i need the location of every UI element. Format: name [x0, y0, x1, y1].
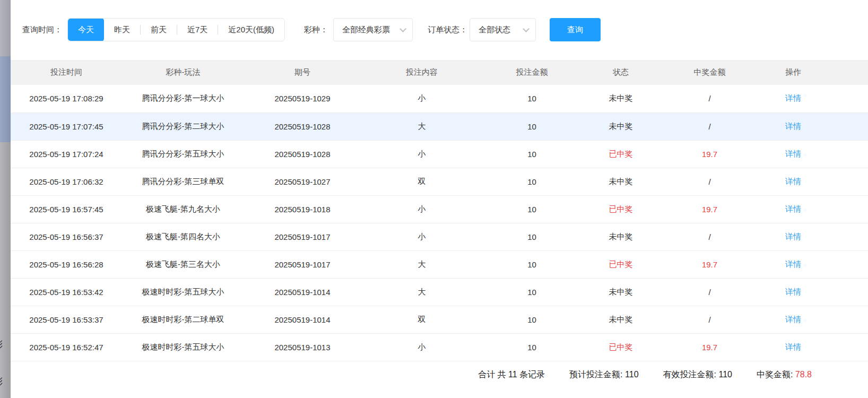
- bet-time-cell: 2025-05-19 17:08:29: [11, 85, 122, 113]
- prize-cell: 19.7: [661, 250, 759, 278]
- bet-time-cell: 2025-05-19 17:06:32: [11, 168, 122, 195]
- game-play-cell: 极速时时彩-第五球大小: [122, 333, 244, 361]
- col-bet-content: 投注内容: [361, 60, 483, 85]
- detail-link[interactable]: 详情: [785, 287, 801, 296]
- table-header: 投注时间 彩种-玩法 期号 投注内容 投注金额 状态 中奖金额 操作: [11, 60, 868, 85]
- prize-cell: 19.7: [661, 333, 759, 361]
- prize-cell: 19.7: [661, 195, 759, 223]
- action-cell: 详情: [759, 306, 868, 333]
- table-row: 2025-05-19 16:57:45极速飞艇-第九名大小20250519-10…: [11, 195, 868, 223]
- order-query-page: 查询时间： 今天昨天前天近7天近20天(低频) 彩种： 全部经典彩票 订单状态：…: [11, 0, 868, 398]
- bet-time-cell: 2025-05-19 16:53:42: [11, 278, 122, 306]
- bet-content-cell: 大: [361, 250, 483, 278]
- lottery-type-value: 全部经典彩票: [342, 25, 390, 35]
- game-play-cell: 极速飞艇-第四名大小: [122, 223, 244, 250]
- bet-amount-cell: 10: [483, 168, 581, 195]
- status-cell: 未中奖: [581, 113, 661, 140]
- sidebar-item-fragment: 彩: [0, 339, 11, 351]
- prize-cell: /: [661, 223, 759, 250]
- detail-link[interactable]: 详情: [785, 259, 801, 269]
- bet-time-cell: 2025-05-19 16:53:37: [11, 306, 122, 333]
- prize-cell: /: [661, 168, 759, 195]
- valid-bet-value: 110: [718, 370, 732, 379]
- expected-bet-label: 预计投注金额:: [569, 370, 622, 379]
- lottery-type-label: 彩种：: [304, 25, 328, 35]
- bet-amount-cell: 10: [483, 195, 581, 223]
- detail-link[interactable]: 详情: [785, 122, 801, 131]
- bet-amount-cell: 10: [483, 223, 581, 250]
- detail-link[interactable]: 详情: [785, 177, 801, 186]
- bet-amount-cell: 10: [483, 278, 581, 306]
- table-row: 2025-05-19 16:53:42极速时时彩-第五球大小20250519-1…: [11, 278, 868, 306]
- table-row: 2025-05-19 17:07:45腾讯分分彩-第二球大小20250519-1…: [11, 113, 868, 140]
- table-row: 2025-05-19 16:53:37极速时时彩-第二球单双20250519-1…: [11, 306, 868, 333]
- detail-link[interactable]: 详情: [785, 204, 801, 213]
- time-option-1[interactable]: 昨天: [104, 18, 140, 41]
- issue-cell: 20250519-1028: [244, 140, 361, 168]
- status-cell: 未中奖: [581, 278, 661, 306]
- order-status-select[interactable]: 全部状态: [470, 18, 536, 41]
- action-cell: 详情: [759, 278, 868, 306]
- game-play-cell: 腾讯分分彩-第五球大小: [122, 140, 244, 168]
- bet-time-cell: 2025-05-19 17:07:45: [11, 113, 122, 140]
- detail-link[interactable]: 详情: [785, 232, 801, 241]
- col-status: 状态: [581, 60, 661, 85]
- time-option-0[interactable]: 今天: [68, 18, 104, 41]
- order-status-value: 全部状态: [479, 25, 510, 35]
- bet-time-cell: 2025-05-19 16:56:28: [11, 250, 122, 278]
- prize-cell: /: [661, 85, 759, 113]
- search-button[interactable]: 查询: [550, 18, 601, 41]
- bet-content-cell: 小: [361, 195, 483, 223]
- table-row: 2025-05-19 16:52:47极速时时彩-第五球大小20250519-1…: [11, 333, 868, 361]
- bet-content-cell: 小: [361, 140, 483, 168]
- time-filter-label: 查询时间：: [22, 25, 62, 35]
- issue-cell: 20250519-1014: [244, 278, 361, 306]
- bet-amount-cell: 10: [483, 250, 581, 278]
- issue-cell: 20250519-1028: [244, 113, 361, 140]
- prize-cell: /: [661, 278, 759, 306]
- prize-total-label: 中奖金额:: [757, 370, 793, 379]
- status-cell: 已中奖: [581, 140, 661, 168]
- sidebar-item-fragment: 彩: [0, 376, 11, 388]
- issue-cell: 20250519-1014: [244, 306, 361, 333]
- detail-link[interactable]: 详情: [785, 342, 801, 351]
- bet-amount-cell: 10: [483, 140, 581, 168]
- bet-time-cell: 2025-05-19 16:57:45: [11, 195, 122, 223]
- sidebar-sliver-bottom: [0, 142, 11, 398]
- issue-cell: 20250519-1018: [244, 195, 361, 223]
- summary-footer: 合计 共 11 条记录 预计投注金额: 110 有效投注金额: 110 中奖金额…: [11, 361, 868, 389]
- bet-amount-cell: 10: [483, 333, 581, 361]
- game-play-cell: 腾讯分分彩-第一球大小: [122, 85, 244, 113]
- sidebar-sliver-top: [0, 0, 11, 56]
- detail-link[interactable]: 详情: [785, 93, 801, 102]
- table-row: 2025-05-19 16:56:28极速飞艇-第三名大小20250519-10…: [11, 250, 868, 278]
- time-option-2[interactable]: 前天: [141, 18, 177, 41]
- bet-amount-cell: 10: [483, 85, 581, 113]
- time-filter-group: 今天昨天前天近7天近20天(低频): [67, 18, 285, 41]
- time-option-4[interactable]: 近20天(低频): [218, 18, 284, 41]
- sidebar-sliver-active-item: [0, 56, 11, 142]
- game-play-cell: 腾讯分分彩-第三球单双: [122, 168, 244, 195]
- issue-cell: 20250519-1027: [244, 168, 361, 195]
- detail-link[interactable]: 详情: [785, 149, 801, 158]
- lottery-type-select[interactable]: 全部经典彩票: [333, 18, 413, 41]
- status-cell: 未中奖: [581, 223, 661, 250]
- table-row: 2025-05-19 17:08:29腾讯分分彩-第一球大小20250519-1…: [11, 85, 868, 113]
- game-play-cell: 极速飞艇-第九名大小: [122, 195, 244, 223]
- valid-bet-total: 有效投注金额: 110: [663, 369, 732, 380]
- bet-time-cell: 2025-05-19 16:52:47: [11, 333, 122, 361]
- orders-table: 投注时间 彩种-玩法 期号 投注内容 投注金额 状态 中奖金额 操作 2025-…: [11, 60, 868, 361]
- bet-amount-cell: 10: [483, 306, 581, 333]
- col-game-play: 彩种-玩法: [122, 60, 244, 85]
- action-cell: 详情: [759, 223, 868, 250]
- bet-content-cell: 小: [361, 223, 483, 250]
- status-cell: 已中奖: [581, 333, 661, 361]
- time-option-3[interactable]: 近7天: [177, 18, 218, 41]
- bet-content-cell: 大: [361, 278, 483, 306]
- issue-cell: 20250519-1017: [244, 250, 361, 278]
- detail-link[interactable]: 详情: [785, 315, 801, 324]
- game-play-cell: 极速时时彩-第二球单双: [122, 306, 244, 333]
- prize-total-value: 78.8: [795, 370, 812, 379]
- prize-cell: 19.7: [661, 140, 759, 168]
- status-cell: 已中奖: [581, 195, 661, 223]
